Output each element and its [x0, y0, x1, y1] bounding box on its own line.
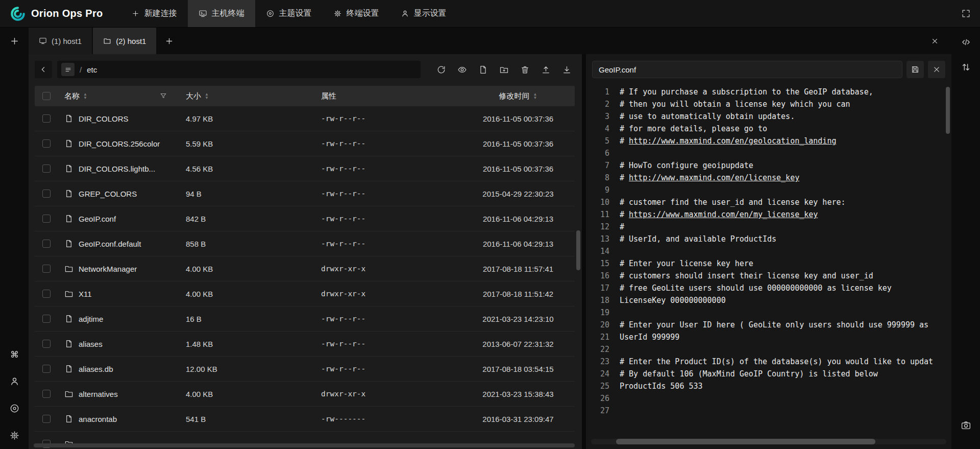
table-row[interactable]: adjtime16 B-rw-r--r--2021-03-23 14:23:10 — [35, 306, 575, 332]
file-name[interactable]: anacrontab — [79, 415, 117, 423]
fullscreen-icon[interactable] — [958, 6, 974, 22]
left-rail — [0, 28, 29, 449]
select-all-checkbox[interactable] — [42, 92, 51, 100]
table-row[interactable]: alternatives4.00 KBdrwxr-xr-x2021-03-23 … — [35, 382, 575, 407]
file-name[interactable]: GeoIP.conf — [79, 215, 116, 223]
editor-code[interactable]: # If you purchase a subscription to the … — [620, 86, 945, 449]
nav-item-theme-settings[interactable]: 主题设置 — [255, 0, 323, 27]
close-panel-button[interactable] — [927, 33, 942, 49]
row-checkbox[interactable] — [42, 139, 51, 148]
breadcrumb-segment[interactable]: etc — [87, 65, 97, 74]
row-checkbox[interactable] — [42, 365, 51, 373]
gear-icon[interactable] — [9, 430, 20, 441]
file-name[interactable]: NetworkManager — [79, 265, 137, 273]
new-session-button[interactable] — [0, 28, 29, 54]
table-row[interactable]: anacrontab541 B-rw-------2016-03-31 23:0… — [35, 407, 575, 432]
row-checkbox[interactable] — [42, 240, 51, 248]
editor-hscroll-thumb[interactable] — [616, 439, 875, 444]
editor-close-button[interactable] — [928, 61, 945, 78]
code-line: LicenseKey 000000000000 — [620, 294, 945, 306]
file-size: 858 B — [186, 240, 321, 248]
code-icon[interactable] — [961, 37, 971, 48]
theme-icon[interactable] — [9, 403, 20, 414]
file-name[interactable]: aliases — [79, 340, 103, 348]
line-number: 16 — [592, 270, 609, 282]
download-button[interactable] — [558, 61, 575, 78]
tab-2-host1[interactable]: (2) host1 — [93, 28, 156, 54]
file-name[interactable]: DIR_COLORS.lightb... — [79, 164, 155, 173]
link-text[interactable]: http://www.maxmind.com/en/license_key — [629, 173, 799, 182]
nav-item-display-settings[interactable]: 显示设置 — [390, 0, 457, 27]
file-name[interactable]: GeoIP.conf.default — [79, 240, 141, 248]
row-checkbox[interactable] — [42, 340, 51, 348]
sort-carets-name[interactable]: ▲▼ — [83, 92, 87, 100]
file-name[interactable]: aliases.db — [79, 365, 113, 373]
add-tab-button[interactable] — [157, 28, 181, 54]
line-number: 13 — [592, 233, 609, 245]
file-icon — [64, 339, 74, 348]
file-manager-toolbar: / etc — [35, 60, 575, 79]
table-row[interactable]: aliases.db12.00 KB-rw-r--r--2017-08-18 0… — [35, 357, 575, 382]
table-row[interactable]: GeoIP.conf.default858 B-rw-r--r--2016-11… — [35, 231, 575, 256]
back-button[interactable] — [35, 61, 52, 78]
table-row[interactable]: GREP_COLORS94 B-rw-r--r--2015-04-29 22:3… — [35, 181, 575, 206]
new-file-button[interactable] — [475, 61, 491, 78]
sort-carets-size[interactable]: ▲▼ — [205, 92, 209, 100]
file-vertical-scrollbar[interactable] — [576, 230, 580, 270]
row-checkbox[interactable] — [42, 415, 51, 423]
refresh-button[interactable] — [433, 61, 449, 78]
row-checkbox[interactable] — [42, 290, 51, 298]
table-row[interactable]: X114.00 KBdrwxr-xr-x2017-08-18 11:51:42 — [35, 281, 575, 306]
table-row[interactable]: GeoIP.conf842 B-rw-r--r--2016-11-06 04:2… — [35, 206, 575, 231]
table-row[interactable]: DIR_COLORS.256color5.59 KB-rw-r--r--2016… — [35, 131, 575, 156]
file-name[interactable]: GREP_COLORS — [79, 190, 137, 198]
file-name[interactable]: adjtime — [79, 315, 103, 323]
row-checkbox[interactable] — [42, 265, 51, 273]
file-name[interactable]: DIR_COLORS.256color — [79, 139, 160, 148]
file-size: 4.00 KB — [186, 265, 321, 273]
row-checkbox[interactable] — [42, 315, 51, 323]
row-checkbox[interactable] — [42, 114, 51, 123]
camera-icon[interactable] — [961, 420, 971, 431]
nav-item-host-terminal[interactable]: 主机终端 — [188, 0, 255, 27]
save-button[interactable] — [906, 61, 924, 78]
tab-1-host1[interactable]: (1) host1 — [29, 28, 92, 54]
editor-horizontal-scrollbar[interactable] — [591, 439, 946, 444]
table-row[interactable]: DIR_COLORS4.97 KB-rw-r--r--2016-11-05 00… — [35, 106, 575, 131]
nav-item-terminal-settings[interactable]: 终端设置 — [323, 0, 390, 27]
table-row[interactable]: DIR_COLORS.lightb...4.56 KB-rw-r--r--201… — [35, 156, 575, 181]
column-size-label[interactable]: 大小 — [186, 91, 201, 101]
editor-vertical-scrollbar[interactable] — [946, 87, 950, 134]
editor-panel: GeoIP.conf 12345678910111213141516171819… — [586, 54, 951, 449]
new-folder-button[interactable] — [496, 61, 512, 78]
table-row[interactable]: aliases1.48 KB-rw-r--r--2013-06-07 22:31… — [35, 332, 575, 357]
sort-carets-mtime[interactable]: ▲▼ — [533, 92, 537, 100]
breadcrumb[interactable]: / etc — [57, 61, 421, 78]
row-checkbox[interactable] — [42, 390, 51, 398]
link-text[interactable]: http://www.maxmind.com/en/geolocation_la… — [629, 136, 836, 146]
table-row[interactable]: NetworkManager4.00 KBdrwxr-xr-x2017-08-1… — [35, 256, 575, 281]
file-name[interactable]: DIR_COLORS — [79, 114, 129, 123]
code-line: # customers should insert their license … — [620, 270, 945, 282]
preview-eye-button[interactable] — [454, 61, 470, 78]
nav-item-new-connection[interactable]: 新建连接 — [120, 0, 188, 27]
row-checkbox[interactable] — [42, 215, 51, 223]
file-name[interactable]: X11 — [79, 290, 92, 298]
row-checkbox[interactable] — [42, 190, 51, 198]
user-icon[interactable] — [9, 376, 20, 387]
delete-button[interactable] — [517, 61, 533, 78]
command-icon[interactable] — [9, 349, 20, 360]
upload-button[interactable] — [537, 61, 554, 78]
column-name-label[interactable]: 名称 — [64, 91, 80, 101]
sort-icon[interactable] — [961, 62, 971, 73]
code-line: # customer find the user_id and license … — [620, 196, 945, 208]
directory-list-icon[interactable] — [61, 63, 75, 76]
link-text[interactable]: https://www.maxmind.com/en/my_license_ke… — [629, 210, 818, 219]
filename-input[interactable]: GeoIP.conf — [592, 61, 902, 78]
file-name[interactable]: alternatives — [79, 390, 118, 398]
file-horizontal-scrollbar[interactable] — [34, 443, 575, 447]
filter-icon[interactable] — [159, 92, 167, 100]
editor-body[interactable]: 1234567891011121314151617181920212223242… — [592, 86, 945, 449]
column-mtime-label[interactable]: 修改时间 — [499, 91, 530, 101]
row-checkbox[interactable] — [42, 164, 51, 173]
